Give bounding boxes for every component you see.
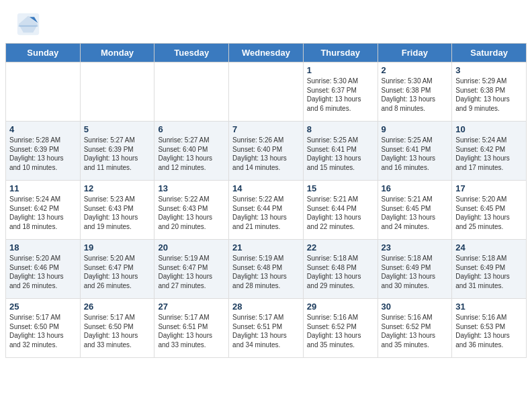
day-info: Sunrise: 5:16 AM Sunset: 6:52 PM Dayligh…: [382, 313, 449, 349]
day-info: Sunrise: 5:20 AM Sunset: 6:47 PM Dayligh…: [84, 254, 151, 290]
weekday-header: Monday: [80, 44, 154, 62]
day-info: Sunrise: 5:22 AM Sunset: 6:43 PM Dayligh…: [158, 195, 225, 231]
calendar-day-cell: 11Sunrise: 5:24 AM Sunset: 6:42 PM Dayli…: [6, 181, 81, 240]
calendar-day-cell: 1Sunrise: 5:30 AM Sunset: 6:37 PM Daylig…: [303, 62, 378, 122]
day-number: 14: [232, 183, 300, 193]
day-number: 27: [158, 302, 225, 312]
day-info: Sunrise: 5:18 AM Sunset: 6:49 PM Dayligh…: [455, 254, 523, 290]
day-number: 26: [84, 302, 151, 312]
calendar-day-cell: 21Sunrise: 5:19 AM Sunset: 6:48 PM Dayli…: [229, 240, 304, 299]
calendar-day-cell: [154, 62, 229, 122]
day-info: Sunrise: 5:24 AM Sunset: 6:42 PM Dayligh…: [9, 195, 77, 231]
calendar-body: 1Sunrise: 5:30 AM Sunset: 6:37 PM Daylig…: [6, 62, 527, 358]
logo: [16, 12, 44, 36]
day-number: 5: [84, 124, 151, 134]
day-number: 3: [455, 65, 523, 75]
calendar-day-cell: [229, 62, 304, 122]
day-info: Sunrise: 5:30 AM Sunset: 6:37 PM Dayligh…: [307, 77, 374, 113]
weekday-header: Saturday: [452, 44, 527, 62]
day-number: 22: [307, 242, 374, 253]
calendar-week-row: 25Sunrise: 5:17 AM Sunset: 6:50 PM Dayli…: [6, 299, 527, 358]
calendar-day-cell: 24Sunrise: 5:18 AM Sunset: 6:49 PM Dayli…: [452, 240, 527, 299]
day-info: Sunrise: 5:18 AM Sunset: 6:49 PM Dayligh…: [382, 254, 449, 290]
calendar-day-cell: 5Sunrise: 5:27 AM Sunset: 6:39 PM Daylig…: [80, 122, 154, 181]
day-info: Sunrise: 5:19 AM Sunset: 6:47 PM Dayligh…: [158, 254, 225, 290]
day-number: 1: [307, 65, 374, 75]
calendar-day-cell: 19Sunrise: 5:20 AM Sunset: 6:47 PM Dayli…: [80, 240, 154, 299]
day-info: Sunrise: 5:20 AM Sunset: 6:46 PM Dayligh…: [9, 254, 77, 290]
calendar-day-cell: 10Sunrise: 5:24 AM Sunset: 6:42 PM Dayli…: [452, 122, 527, 181]
calendar-day-cell: 7Sunrise: 5:26 AM Sunset: 6:40 PM Daylig…: [229, 122, 304, 181]
weekday-header: Friday: [378, 44, 452, 62]
day-number: 18: [9, 242, 77, 253]
day-info: Sunrise: 5:26 AM Sunset: 6:40 PM Dayligh…: [232, 136, 300, 172]
day-number: 7: [232, 124, 300, 134]
logo-icon: [16, 12, 40, 36]
calendar-day-cell: 17Sunrise: 5:20 AM Sunset: 6:45 PM Dayli…: [452, 181, 527, 240]
calendar-day-cell: 20Sunrise: 5:19 AM Sunset: 6:47 PM Dayli…: [154, 240, 229, 299]
day-info: Sunrise: 5:17 AM Sunset: 6:51 PM Dayligh…: [158, 313, 225, 349]
day-number: 24: [455, 242, 523, 253]
day-number: 6: [158, 124, 225, 134]
day-number: 25: [9, 302, 77, 312]
calendar-day-cell: 30Sunrise: 5:16 AM Sunset: 6:52 PM Dayli…: [378, 299, 452, 358]
day-info: Sunrise: 5:28 AM Sunset: 6:39 PM Dayligh…: [9, 136, 77, 172]
day-info: Sunrise: 5:25 AM Sunset: 6:41 PM Dayligh…: [307, 136, 374, 172]
calendar-day-cell: [6, 62, 81, 122]
day-number: 9: [382, 124, 449, 134]
day-number: 13: [158, 183, 225, 193]
calendar-day-cell: 9Sunrise: 5:25 AM Sunset: 6:41 PM Daylig…: [378, 122, 452, 181]
calendar-day-cell: 23Sunrise: 5:18 AM Sunset: 6:49 PM Dayli…: [378, 240, 452, 299]
calendar-table: SundayMondayTuesdayWednesdayThursdayFrid…: [5, 43, 527, 358]
day-info: Sunrise: 5:18 AM Sunset: 6:48 PM Dayligh…: [307, 254, 374, 290]
calendar-day-cell: 13Sunrise: 5:22 AM Sunset: 6:43 PM Dayli…: [154, 181, 229, 240]
calendar-day-cell: 12Sunrise: 5:23 AM Sunset: 6:43 PM Dayli…: [80, 181, 154, 240]
day-number: 2: [382, 65, 449, 75]
day-number: 8: [307, 124, 374, 134]
calendar-day-cell: 15Sunrise: 5:21 AM Sunset: 6:44 PM Dayli…: [303, 181, 378, 240]
calendar-day-cell: 2Sunrise: 5:30 AM Sunset: 6:38 PM Daylig…: [378, 62, 452, 122]
day-info: Sunrise: 5:23 AM Sunset: 6:43 PM Dayligh…: [84, 195, 151, 231]
day-info: Sunrise: 5:21 AM Sunset: 6:44 PM Dayligh…: [307, 195, 374, 231]
calendar-day-cell: 22Sunrise: 5:18 AM Sunset: 6:48 PM Dayli…: [303, 240, 378, 299]
calendar-day-cell: 27Sunrise: 5:17 AM Sunset: 6:51 PM Dayli…: [154, 299, 229, 358]
day-number: 17: [455, 183, 523, 193]
day-info: Sunrise: 5:30 AM Sunset: 6:38 PM Dayligh…: [382, 77, 449, 113]
weekday-header: Tuesday: [154, 44, 229, 62]
day-number: 12: [84, 183, 151, 193]
calendar-day-cell: 6Sunrise: 5:27 AM Sunset: 6:40 PM Daylig…: [154, 122, 229, 181]
calendar-day-cell: [80, 62, 154, 122]
day-info: Sunrise: 5:21 AM Sunset: 6:45 PM Dayligh…: [382, 195, 449, 231]
day-info: Sunrise: 5:17 AM Sunset: 6:50 PM Dayligh…: [84, 313, 151, 349]
calendar-day-cell: 31Sunrise: 5:16 AM Sunset: 6:53 PM Dayli…: [452, 299, 527, 358]
day-number: 30: [382, 302, 449, 312]
calendar-header: SundayMondayTuesdayWednesdayThursdayFrid…: [6, 44, 527, 62]
weekday-header: Wednesday: [229, 44, 304, 62]
day-number: 10: [455, 124, 523, 134]
day-number: 29: [307, 302, 374, 312]
day-number: 23: [382, 242, 449, 253]
day-number: 16: [382, 183, 449, 193]
day-info: Sunrise: 5:16 AM Sunset: 6:52 PM Dayligh…: [307, 313, 374, 349]
calendar-day-cell: 4Sunrise: 5:28 AM Sunset: 6:39 PM Daylig…: [6, 122, 81, 181]
calendar-week-row: 18Sunrise: 5:20 AM Sunset: 6:46 PM Dayli…: [6, 240, 527, 299]
calendar-day-cell: 14Sunrise: 5:22 AM Sunset: 6:44 PM Dayli…: [229, 181, 304, 240]
day-number: 4: [9, 124, 77, 134]
calendar-week-row: 1Sunrise: 5:30 AM Sunset: 6:37 PM Daylig…: [6, 62, 527, 122]
svg-rect-3: [19, 26, 38, 27]
calendar-week-row: 4Sunrise: 5:28 AM Sunset: 6:39 PM Daylig…: [6, 122, 527, 181]
calendar-day-cell: 8Sunrise: 5:25 AM Sunset: 6:41 PM Daylig…: [303, 122, 378, 181]
calendar-day-cell: 29Sunrise: 5:16 AM Sunset: 6:52 PM Dayli…: [303, 299, 378, 358]
day-info: Sunrise: 5:25 AM Sunset: 6:41 PM Dayligh…: [382, 136, 449, 172]
day-number: 28: [232, 302, 300, 312]
day-info: Sunrise: 5:29 AM Sunset: 6:38 PM Dayligh…: [455, 77, 523, 113]
day-info: Sunrise: 5:24 AM Sunset: 6:42 PM Dayligh…: [455, 136, 523, 172]
calendar-day-cell: 3Sunrise: 5:29 AM Sunset: 6:38 PM Daylig…: [452, 62, 527, 122]
day-number: 21: [232, 242, 300, 253]
day-info: Sunrise: 5:22 AM Sunset: 6:44 PM Dayligh…: [232, 195, 300, 231]
day-info: Sunrise: 5:27 AM Sunset: 6:39 PM Dayligh…: [84, 136, 151, 172]
day-info: Sunrise: 5:20 AM Sunset: 6:45 PM Dayligh…: [455, 195, 523, 231]
calendar-day-cell: 18Sunrise: 5:20 AM Sunset: 6:46 PM Dayli…: [6, 240, 81, 299]
day-info: Sunrise: 5:27 AM Sunset: 6:40 PM Dayligh…: [158, 136, 225, 172]
day-info: Sunrise: 5:19 AM Sunset: 6:48 PM Dayligh…: [232, 254, 300, 290]
